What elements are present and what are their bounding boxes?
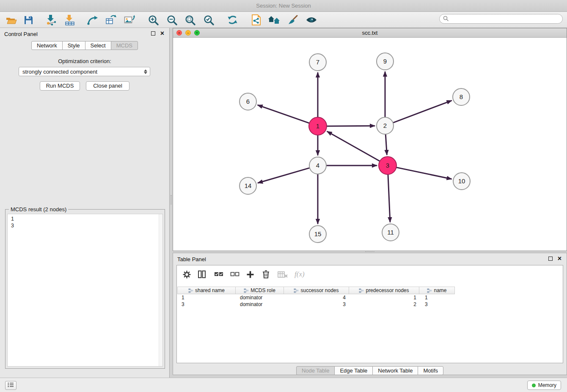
mcds-result-title: MCDS result (2 nodes) [9,206,68,213]
node-10[interactable]: 10 [453,173,470,190]
tab-select[interactable]: Select [85,41,111,50]
node-8[interactable]: 8 [453,88,470,105]
zoom-out-icon[interactable] [165,14,179,26]
network-graph[interactable]: 7968124314101511 [173,38,567,251]
close-panel-button[interactable]: Close panel [86,81,129,91]
tab-motifs[interactable]: Motifs [418,366,443,375]
table-settings-gear-icon[interactable] [183,269,191,280]
edge-2-8[interactable] [394,101,451,123]
memory-status-icon [532,384,536,387]
combo-arrows-icon [144,69,147,74]
table-row[interactable]: 3dominator323 [177,301,562,308]
open-session-icon[interactable] [4,14,19,26]
search-input[interactable] [451,16,559,22]
zoom-selected-icon[interactable] [201,14,216,26]
table-cell: 1 [177,294,236,301]
node-6[interactable]: 6 [239,93,256,110]
window-titlebar: Session: New Session [0,0,567,12]
unselect-all-columns-icon[interactable] [230,269,239,280]
node-label: 2 [383,122,387,129]
memory-label: Memory [538,382,556,388]
network-view-window: × − + scc.txt 7968124314101511 [173,28,567,251]
vertical-splitter[interactable] [170,28,173,378]
mcds-result-group: MCDS result (2 nodes) 13 [5,209,165,369]
node-table: shared nameMCDS rolesuccessor nodesprede… [177,287,562,308]
status-list-button[interactable] [5,381,17,390]
table-cell: 3 [284,301,350,308]
node-label: 14 [245,182,252,189]
edge-1-6[interactable] [258,105,309,123]
edge-1-2[interactable] [327,126,374,126]
network-window-titlebar[interactable]: × − + scc.txt [173,28,567,38]
column-header-successor-nodes[interactable]: successor nodes [284,287,349,294]
node-7[interactable]: 7 [309,54,326,71]
new-network-icon[interactable] [85,14,100,26]
import-network-icon[interactable] [44,14,58,26]
node-label: 10 [458,177,465,185]
window-title: Session: New Session [256,3,311,9]
edge-4-14[interactable] [258,168,309,183]
add-column-icon[interactable] [246,269,254,280]
node-9[interactable]: 9 [377,53,394,70]
edge-2-3[interactable] [385,135,387,155]
tab-style[interactable]: Style [62,41,85,50]
node-15[interactable]: 15 [309,226,326,243]
node-1[interactable]: 1 [309,117,327,135]
minimize-window-button[interactable]: − [185,30,191,36]
column-header-mcds-role[interactable]: MCDS role [235,287,284,294]
memory-button[interactable]: Memory [527,381,561,390]
export-image-icon[interactable] [122,14,137,26]
zoom-in-icon[interactable] [146,14,160,26]
import-table-icon[interactable] [63,14,77,26]
table-cell: 2 [350,301,421,308]
tab-node-table[interactable]: Node Table [296,366,335,375]
function-builder-icon: f(x) [295,269,305,280]
tab-mcds[interactable]: MCDS [111,41,138,50]
close-panel-icon[interactable]: × [558,256,561,261]
criterion-select[interactable]: strongly connected component [19,67,150,76]
optimization-criterion-label: Optimization criterion: [0,58,169,64]
annotation-icon[interactable] [249,14,263,26]
node-14[interactable]: 14 [239,177,256,194]
edge-3-1[interactable] [328,132,380,161]
run-mcds-button[interactable]: Run MCDS [40,81,80,91]
node-4[interactable]: 4 [309,157,326,174]
search-box[interactable] [439,14,563,24]
column-header-name[interactable]: name [419,287,455,294]
close-window-button[interactable]: × [176,30,182,36]
tab-edge-table[interactable]: Edge Table [334,366,373,375]
edge-3-11[interactable] [388,175,390,222]
scrollbar-track[interactable] [159,214,162,366]
node-3[interactable]: 3 [379,157,396,174]
style-brush-icon[interactable] [286,14,300,26]
table-row[interactable]: 1dominator411 [177,294,562,301]
table-panel-tabs: Node TableEdge TableNetwork TableMotifs [173,366,567,375]
column-header-predecessor-nodes[interactable]: predecessor nodes [349,287,419,294]
home-layout-icon[interactable] [267,14,281,26]
show-hide-icon[interactable] [304,14,319,26]
table-cell: 1 [421,294,457,301]
column-header-shared-name[interactable]: shared name [177,287,236,294]
save-session-icon[interactable] [21,14,36,26]
close-panel-icon[interactable]: × [160,31,164,36]
zoom-window-button[interactable]: + [194,30,200,36]
control-panel-header: Control Panel × [0,28,169,40]
node-11[interactable]: 11 [382,224,399,241]
clone-network-icon[interactable] [104,14,118,26]
show-columns-icon[interactable] [198,269,206,280]
edge-3-10[interactable] [397,168,451,179]
table-cell: 3 [421,301,457,308]
refresh-icon[interactable] [225,14,239,26]
node-table-header: shared nameMCDS rolesuccessor nodesprede… [177,287,562,294]
float-panel-icon[interactable] [151,31,155,36]
select-all-columns-icon[interactable] [214,269,223,280]
tab-network[interactable]: Network [31,41,63,50]
node-2[interactable]: 2 [377,117,394,134]
zoom-fit-icon[interactable] [183,14,197,26]
float-panel-icon[interactable] [548,257,553,261]
delete-column-icon[interactable] [262,269,270,280]
splitter-grip [171,195,172,204]
list-icon [8,382,14,389]
tab-network-table[interactable]: Network Table [372,366,418,375]
mcds-result-list[interactable]: 13 [7,214,163,367]
